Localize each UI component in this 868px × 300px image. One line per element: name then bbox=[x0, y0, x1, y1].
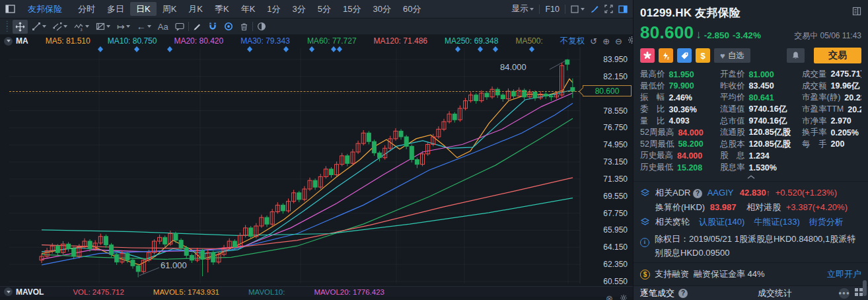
company-info-icon[interactable] bbox=[852, 7, 861, 19]
stat-cell: 52周最高84.000 bbox=[640, 127, 720, 139]
ma-legend-title: MA bbox=[16, 36, 28, 46]
brush-icon[interactable] bbox=[590, 5, 599, 14]
edit-icon[interactable] bbox=[190, 20, 204, 34]
price-change: -2.850 bbox=[704, 30, 729, 40]
collapse-volume-button[interactable] bbox=[4, 287, 13, 296]
toolbar-drag-handle[interactable]: ⋮⋮ bbox=[4, 21, 10, 32]
volume-settings-gear-icon[interactable] bbox=[620, 294, 628, 300]
event-diamond-icon[interactable] bbox=[529, 46, 534, 52]
event-diamond-icon[interactable] bbox=[337, 46, 342, 52]
text-tool[interactable]: Aa bbox=[155, 20, 171, 34]
period-tab-9[interactable]: 5分 bbox=[312, 2, 337, 16]
f10-button[interactable]: F10 bbox=[545, 5, 560, 14]
collapse-stats-chevron[interactable] bbox=[633, 173, 868, 181]
move-tool[interactable] bbox=[13, 20, 28, 34]
dollar-circle-icon: $ bbox=[640, 270, 650, 280]
stat-cell: 股息率1.530% bbox=[720, 162, 802, 174]
period-tab-1[interactable]: 多日 bbox=[101, 2, 130, 16]
stock-name-tab[interactable]: 友邦保险 bbox=[22, 2, 68, 16]
zoom-in-icon[interactable]: ⊕ bbox=[602, 37, 610, 46]
price-axis-label: 83.950 bbox=[584, 55, 628, 64]
stat-cell: 52周最低58.200 bbox=[640, 139, 720, 151]
period-tab-5[interactable]: 季K bbox=[209, 2, 235, 16]
period-tab-8[interactable]: 3分 bbox=[287, 2, 312, 16]
add-watchlist-button[interactable]: ♥ 自选 bbox=[714, 48, 750, 63]
more-options-icon[interactable]: ●●● bbox=[839, 288, 850, 299]
price-axis-label: 74.950 bbox=[584, 140, 628, 149]
price-axis-label: 82.150 bbox=[584, 72, 628, 81]
trash-icon[interactable] bbox=[237, 20, 251, 34]
magnet-icon[interactable] bbox=[205, 20, 220, 34]
legend-item: MA500: bbox=[515, 36, 542, 46]
pattern-box-tool[interactable] bbox=[93, 20, 113, 34]
period-tab-7[interactable]: 1分 bbox=[261, 2, 286, 16]
period-tab-4[interactable]: 月K bbox=[182, 2, 209, 16]
legend-item: MA120: 71.486 bbox=[374, 36, 427, 46]
tab-tick-trades[interactable]: 逐笔成交 bbox=[640, 287, 674, 299]
legend-item: MA5: 81.510 bbox=[46, 36, 90, 46]
chart-pane: 友邦保险 分时多日日K周K月K季K年K1分3分5分15分30分60分 显示 F1… bbox=[0, 0, 633, 300]
stat-cell: 市净率2.970 bbox=[802, 115, 861, 127]
layout-panel-icon[interactable] bbox=[5, 5, 15, 13]
fullscreen-icon[interactable] bbox=[604, 5, 613, 13]
cbbc-link[interactable]: 牛熊证(133) bbox=[754, 217, 799, 227]
display-menu[interactable]: 显示 bbox=[511, 3, 534, 15]
warrants-link[interactable]: 认股证(140) bbox=[699, 217, 744, 227]
period-tab-3[interactable]: 周K bbox=[157, 2, 183, 16]
legend-item: MAVOL5: 1743.931 bbox=[153, 288, 219, 296]
collapse-ma-button[interactable] bbox=[4, 37, 13, 46]
price-axis-label: 73.150 bbox=[584, 157, 628, 167]
help-icon[interactable]: ? bbox=[693, 189, 702, 198]
dollar-badge: $ bbox=[696, 48, 710, 63]
contrast-icon[interactable] bbox=[254, 20, 269, 34]
chart-style-menu[interactable] bbox=[571, 5, 585, 13]
chevron-down-icon bbox=[42, 25, 46, 28]
candlestick-chart[interactable]: MA MA5: 81.510MA10: 80.750MA20: 80.420MA… bbox=[0, 34, 633, 300]
period-tab-2[interactable]: 日K bbox=[130, 2, 157, 16]
wave-tool[interactable]: 3 bbox=[71, 20, 92, 34]
stat-cell: 总市值9740.16亿 bbox=[720, 115, 802, 127]
close-volume-pane-icon[interactable]: ⊗ bbox=[606, 293, 613, 300]
right-panel-toggle-icon[interactable] bbox=[618, 5, 628, 13]
period-tab-11[interactable]: 30分 bbox=[367, 2, 397, 16]
comment-tool[interactable] bbox=[172, 20, 187, 34]
event-diamond-icon[interactable] bbox=[283, 46, 289, 52]
exdiv-note: 除权日：2019/05/21 1股派股息HKD0.84800,1股派特别股息HK… bbox=[655, 232, 861, 260]
event-diamond-icon[interactable] bbox=[309, 46, 314, 52]
event-diamond-icon[interactable] bbox=[167, 46, 172, 52]
trendline-tool[interactable] bbox=[29, 20, 49, 34]
period-tab-6[interactable]: 年K bbox=[235, 2, 262, 16]
street-analysis-link[interactable]: 街货分析 bbox=[809, 217, 844, 227]
open-account-link[interactable]: 立即开户 bbox=[827, 268, 861, 280]
event-diamond-icon[interactable] bbox=[478, 46, 483, 52]
event-diamond-icon[interactable] bbox=[455, 46, 460, 52]
event-diamond-icon[interactable] bbox=[98, 46, 103, 52]
trade-button[interactable]: 交易 bbox=[814, 48, 861, 63]
undo-icon[interactable]: ↺ bbox=[590, 37, 597, 46]
period-tab-10[interactable]: 15分 bbox=[337, 2, 367, 16]
adr-rel-change: +3.387(+4.20%) bbox=[786, 202, 848, 212]
tab-trade-stats[interactable]: 成交统计 bbox=[758, 287, 792, 299]
event-diamond-icon[interactable] bbox=[134, 46, 139, 52]
channel-tool[interactable] bbox=[50, 20, 70, 34]
target-icon[interactable] bbox=[221, 20, 236, 34]
price-axis-label: 60.550 bbox=[584, 277, 628, 286]
current-price-tag: 80.600 bbox=[583, 85, 632, 96]
event-diamond-icon[interactable] bbox=[247, 46, 252, 52]
help-icon[interactable]: ? bbox=[678, 289, 688, 298]
adr-ticker[interactable]: AAGIY bbox=[707, 188, 734, 198]
arrow-tool[interactable]: ← bbox=[134, 20, 154, 34]
period-tab-0[interactable]: 分时 bbox=[72, 2, 101, 16]
event-diamond-icon[interactable] bbox=[331, 46, 336, 52]
measure-tool[interactable]: ↦ bbox=[114, 20, 133, 34]
grid-view-icon[interactable] bbox=[855, 288, 863, 298]
zoom-out-icon[interactable]: ⊖ bbox=[615, 37, 622, 46]
event-diamond-icon[interactable] bbox=[493, 46, 498, 52]
legend-item: MA10: 80.750 bbox=[108, 36, 157, 46]
period-tab-12[interactable]: 60分 bbox=[397, 2, 427, 16]
adjust-mode-toggle[interactable]: 不复权 bbox=[560, 36, 585, 47]
scrollbar-thumb[interactable] bbox=[863, 280, 867, 296]
alert-bell-button[interactable] bbox=[787, 48, 805, 63]
chevron-down-icon bbox=[530, 8, 534, 11]
chart-settings-gear-icon[interactable] bbox=[628, 36, 633, 46]
